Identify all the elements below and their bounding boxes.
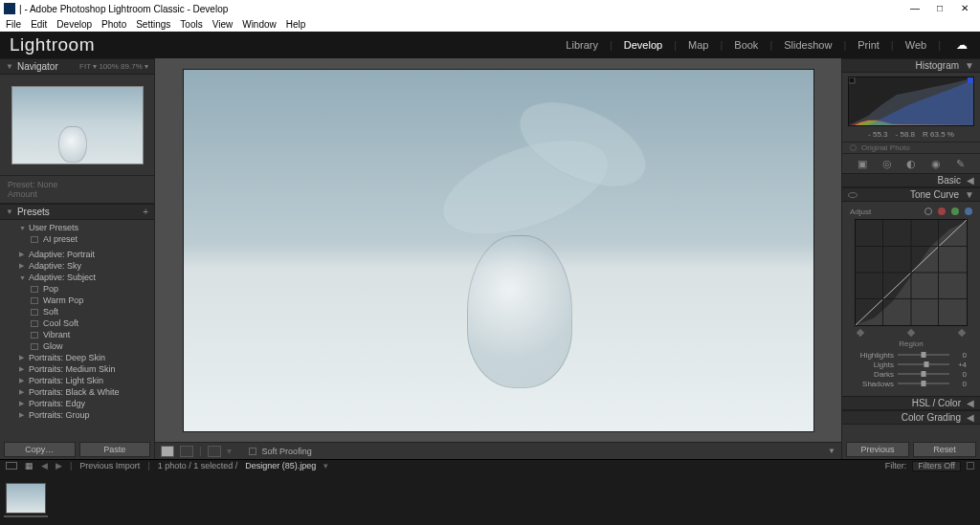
navigator-panel-header[interactable]: ▼Navigator FIT ▾ 100% 89.7% ▾: [0, 58, 154, 75]
tone-region-slider[interactable]: Shadows0: [856, 379, 967, 388]
preset-group[interactable]: ▼User Presets: [0, 222, 154, 233]
presets-panel-header[interactable]: ▼Presets +: [0, 204, 154, 220]
window-close-button[interactable]: ✕: [959, 3, 970, 14]
slider-knob[interactable]: [922, 381, 926, 386]
preset-group[interactable]: ▶Portraits: Medium Skin: [0, 363, 154, 375]
filmstrip[interactable]: [0, 471, 980, 525]
preset-group[interactable]: ▶Adaptive: Sky: [0, 260, 154, 272]
preset-item[interactable]: Glow: [0, 340, 154, 352]
original-photo-toggle[interactable]: Original Photo: [842, 142, 980, 154]
preset-group[interactable]: ▶Portraits: Edgy: [0, 398, 154, 409]
filters-off-button[interactable]: Filters Off: [912, 461, 961, 471]
channel-rgb-icon[interactable]: [924, 208, 932, 215]
slider-track[interactable]: [898, 373, 949, 375]
module-map[interactable]: Map: [685, 39, 711, 51]
loupe-view-button[interactable]: [161, 446, 174, 457]
preset-swatch-icon: [31, 320, 38, 327]
navigator-zoom-modes[interactable]: FIT ▾ 100% 89.7% ▾: [79, 62, 148, 71]
preset-row-label: Portraits: Black & White: [29, 387, 120, 397]
grid-view-icon[interactable]: ▦: [25, 461, 33, 470]
tone-region-slider[interactable]: Lights+4: [856, 360, 967, 369]
preset-item[interactable]: Cool Soft: [0, 317, 154, 329]
preset-group[interactable]: ▶Adaptive: Portrait: [0, 249, 154, 260]
menu-tools[interactable]: Tools: [180, 19, 202, 30]
menu-help[interactable]: Help: [286, 19, 306, 30]
crop-tool-icon[interactable]: ▣: [858, 158, 867, 170]
menu-photo[interactable]: Photo: [101, 19, 126, 30]
ref-view-button[interactable]: [208, 446, 221, 457]
hsl-panel-header[interactable]: HSL / Color ◀: [842, 396, 980, 410]
basic-panel-header[interactable]: Basic ◀: [842, 173, 980, 187]
toolbar-menu-icon[interactable]: ▼: [828, 447, 835, 455]
preset-item[interactable]: Vibrant: [0, 329, 154, 340]
slider-knob[interactable]: [922, 352, 926, 358]
soft-proofing-checkbox[interactable]: [249, 448, 256, 455]
window-maximize-button[interactable]: □: [934, 3, 946, 14]
menu-settings[interactable]: Settings: [136, 19, 170, 30]
slider-knob[interactable]: [922, 371, 926, 377]
module-book[interactable]: Book: [731, 39, 761, 51]
preset-group[interactable]: ▶Portraits: Black & White: [0, 386, 154, 398]
filename-menu-icon[interactable]: ▾: [323, 461, 328, 470]
tone-curve-split-handles[interactable]: [850, 330, 972, 338]
preset-group[interactable]: ▶Portraits: Group: [0, 409, 154, 421]
filter-lock-icon[interactable]: [967, 462, 974, 470]
preset-item[interactable]: AI preset: [0, 233, 154, 245]
histogram[interactable]: [848, 77, 974, 126]
previous-button[interactable]: Previous: [846, 442, 909, 457]
histogram-label: Histogram: [916, 60, 960, 71]
healing-tool-icon[interactable]: ◎: [882, 158, 892, 170]
menu-window[interactable]: Window: [242, 19, 277, 30]
nav-fwd-icon[interactable]: ▶: [56, 461, 62, 470]
nav-back-icon[interactable]: ◀: [41, 461, 48, 470]
channel-blue-icon[interactable]: [965, 208, 972, 215]
mask-tool-icon[interactable]: ◐: [906, 158, 916, 170]
source-label[interactable]: Previous Import: [79, 461, 140, 470]
brush-tool-icon[interactable]: ✎: [956, 158, 965, 170]
tone-curve-panel-header[interactable]: Tone Curve ▼: [842, 187, 980, 202]
preset-group[interactable]: ▶Portraits: Light Skin: [0, 375, 154, 386]
cloud-sync-icon[interactable]: ☁: [953, 38, 970, 52]
module-library[interactable]: Library: [563, 39, 601, 51]
tone-curve-graph[interactable]: [855, 219, 968, 326]
eye-icon[interactable]: [848, 192, 858, 198]
slider-knob[interactable]: [924, 361, 929, 367]
channel-red-icon[interactable]: [938, 208, 946, 215]
preset-group[interactable]: ▶Portraits: Deep Skin: [0, 352, 154, 363]
slider-track[interactable]: [898, 363, 949, 365]
navigator-preview[interactable]: [0, 75, 154, 175]
copy-button[interactable]: Copy…: [4, 442, 76, 457]
preset-row-label: Adaptive: Subject: [29, 273, 96, 282]
color-grading-panel-header[interactable]: Color Grading ◀: [842, 410, 980, 425]
preset-group[interactable]: ▼Adaptive: Subject: [0, 272, 154, 283]
module-slideshow[interactable]: Slideshow: [781, 39, 835, 51]
redeye-tool-icon[interactable]: ◉: [931, 158, 941, 170]
main-photo[interactable]: [183, 69, 814, 432]
tone-region-slider[interactable]: Darks0: [856, 369, 967, 379]
preset-item[interactable]: Pop: [0, 283, 154, 295]
left-panel: ▼Navigator FIT ▾ 100% 89.7% ▾ Preset: No…: [0, 58, 155, 459]
menu-edit[interactable]: Edit: [31, 19, 47, 30]
module-print[interactable]: Print: [855, 39, 882, 51]
slider-track[interactable]: [898, 383, 949, 384]
preset-item[interactable]: Soft: [0, 306, 154, 317]
paste-button[interactable]: Paste: [79, 442, 151, 457]
slider-track[interactable]: [898, 354, 949, 356]
filmstrip-thumbnail[interactable]: [6, 483, 46, 514]
navigator-thumbnail[interactable]: [11, 86, 144, 164]
tone-region-slider[interactable]: Highlights0: [856, 350, 967, 360]
window-minimize-button[interactable]: —: [909, 3, 921, 14]
module-web[interactable]: Web: [902, 39, 929, 51]
second-monitor-icon[interactable]: [6, 462, 17, 470]
menu-develop[interactable]: Develop: [56, 19, 92, 30]
menu-file[interactable]: File: [6, 19, 21, 30]
preset-item[interactable]: Warm Pop: [0, 295, 154, 306]
before-after-button[interactable]: [180, 446, 193, 457]
menu-view[interactable]: View: [212, 19, 234, 30]
channel-green-icon[interactable]: [951, 208, 959, 215]
module-develop[interactable]: Develop: [621, 39, 665, 51]
reset-button[interactable]: Reset: [913, 442, 976, 457]
add-preset-icon[interactable]: +: [143, 207, 148, 217]
canvas-area: [155, 58, 841, 442]
histogram-panel-header[interactable]: Histogram ▼: [842, 58, 980, 73]
